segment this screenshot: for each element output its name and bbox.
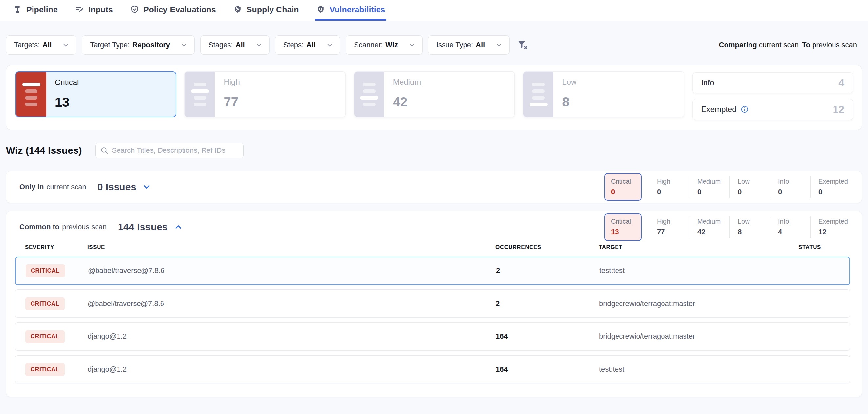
filter-issue-type[interactable]: Issue Type:All <box>428 35 509 55</box>
chevron-down-icon[interactable] <box>142 182 151 191</box>
severity-card-high[interactable]: High 77 <box>185 71 345 117</box>
clear-filters-icon[interactable] <box>517 39 528 51</box>
search-icon <box>100 146 108 155</box>
severity-level-icon <box>523 71 554 117</box>
tab-supply-chain[interactable]: Supply Chain <box>232 0 300 21</box>
chip-value: 8 <box>738 228 762 236</box>
section-label-bold: Only in <box>19 183 44 191</box>
filter-dropdowns: Targets:AllTarget Type:RepositoryStages:… <box>6 35 509 55</box>
chip-label: Medium <box>697 218 721 226</box>
table-row[interactable]: CRITICAL django@1.2 164 bridgecrewio/ter… <box>15 322 850 351</box>
chip-medium[interactable]: Medium42 <box>691 213 728 241</box>
severity-card-low[interactable]: Low 8 <box>523 71 684 117</box>
search-box <box>95 143 244 158</box>
chip-info[interactable]: Info4 <box>772 213 809 241</box>
chip-high[interactable]: High77 <box>650 213 688 241</box>
chip-exempted[interactable]: Exempted12 <box>812 213 855 241</box>
severity-card-label: Critical <box>55 78 79 87</box>
severity-panel: Critical 13 High 77 Medium 42 Low 8 Info… <box>6 65 862 130</box>
chip-info[interactable]: Info0 <box>772 173 809 201</box>
chip-value: 13 <box>611 228 635 236</box>
filter-value: Repository <box>132 41 170 49</box>
section-issue-count: 0 Issues <box>97 181 136 193</box>
chip-value: 0 <box>611 187 635 196</box>
chip-label: Exempted <box>818 178 848 185</box>
chip-low[interactable]: Low0 <box>731 173 769 201</box>
info-icon[interactable] <box>741 106 748 113</box>
chip-label: Low <box>738 218 762 226</box>
severity-card-label: High <box>223 78 240 87</box>
severity-card-label: Low <box>562 78 577 87</box>
table-row[interactable]: CRITICAL @babel/traverse@7.8.6 2 test:te… <box>15 257 850 285</box>
chip-divider <box>689 216 689 238</box>
top-nav: PipelineInputsPolicy EvaluationsSupply C… <box>0 0 868 21</box>
severity-level-icon <box>16 72 46 117</box>
chip-critical[interactable]: Critical0 <box>604 173 642 201</box>
chip-label: Exempted <box>818 218 848 226</box>
target-cell: test:test <box>599 266 770 275</box>
severity-card-count: 42 <box>393 95 421 110</box>
issue-cell: @babel/traverse@7.8.6 <box>88 266 496 275</box>
chip-divider <box>810 176 811 198</box>
chip-divider <box>770 216 770 238</box>
filter-value: All <box>306 41 315 49</box>
severity-card-info[interactable]: Info4 <box>692 72 853 93</box>
filter-steps[interactable]: Steps:All <box>275 35 340 55</box>
chip-divider <box>689 176 689 198</box>
column-header-target: TARGET <box>599 244 770 251</box>
occurrences-cell: 2 <box>496 266 599 275</box>
tab-label: Inputs <box>88 5 113 14</box>
target-cell: bridgecrewio/terragoat:master <box>599 299 770 308</box>
scanner-summary: Wiz (144 Issues) <box>6 143 862 158</box>
chip-value: 42 <box>697 228 721 236</box>
chip-label: Medium <box>697 178 721 185</box>
chip-critical[interactable]: Critical13 <box>604 213 642 241</box>
chip-value: 0 <box>697 187 721 196</box>
filter-target-type[interactable]: Target Type:Repository <box>82 35 195 55</box>
comparing-label: Comparing current scanTo previous scan <box>719 41 857 49</box>
chip-medium[interactable]: Medium0 <box>691 173 728 201</box>
severity-card-label: Exempted <box>701 105 737 114</box>
severity-card-exempted[interactable]: Exempted12 <box>692 99 853 120</box>
tab-inputs[interactable]: Inputs <box>74 0 114 21</box>
tab-vulnerabilities[interactable]: Vulnerabilities <box>315 0 386 21</box>
filter-targets[interactable]: Targets:All <box>6 35 76 55</box>
scanner-title: Wiz (144 Issues) <box>6 145 82 156</box>
only-in-current-scan-header: Only in current scan 0 Issues Critical0H… <box>6 171 862 203</box>
issue-cell: django@1.2 <box>88 332 496 341</box>
chevron-down-icon <box>181 41 188 49</box>
occurrences-cell: 164 <box>496 332 599 341</box>
chip-exempted[interactable]: Exempted0 <box>812 173 855 201</box>
top-nav-tabs: PipelineInputsPolicy EvaluationsSupply C… <box>12 0 402 21</box>
tab-policy-evaluations[interactable]: Policy Evaluations <box>129 0 217 21</box>
severity-level-icon <box>354 71 384 117</box>
chip-high[interactable]: High0 <box>650 173 688 201</box>
severity-card-count: 4 <box>838 77 844 89</box>
tab-pipeline[interactable]: Pipeline <box>12 0 59 21</box>
column-header-issue: ISSUE <box>87 244 495 251</box>
search-input[interactable] <box>112 146 239 155</box>
chevron-up-icon[interactable] <box>174 223 183 232</box>
chip-label: Low <box>738 178 762 185</box>
filter-bar: Targets:AllTarget Type:RepositoryStages:… <box>0 21 868 65</box>
filter-stages[interactable]: Stages:All <box>200 35 270 55</box>
chevron-down-icon <box>408 41 415 49</box>
only-in-current-scan-section: Only in current scan 0 Issues Critical0H… <box>6 171 862 203</box>
severity-card-count: 77 <box>223 95 240 110</box>
chip-low[interactable]: Low8 <box>731 213 769 241</box>
chip-label: Info <box>778 178 802 185</box>
table-row[interactable]: CRITICAL django@1.2 164 test:test <box>15 355 850 383</box>
chip-value: 4 <box>778 228 802 236</box>
filter-scanner[interactable]: Scanner:Wiz <box>346 35 423 55</box>
chevron-down-icon <box>326 41 333 49</box>
policy-evaluations-icon <box>130 5 139 14</box>
column-header-severity: SEVERITY <box>25 244 87 251</box>
supply-chain-icon <box>233 5 242 14</box>
chip-label: Critical <box>611 218 635 226</box>
severity-card-label: Info <box>701 78 714 87</box>
severity-card-critical[interactable]: Critical 13 <box>16 71 176 117</box>
chip-value: 77 <box>657 228 681 236</box>
table-row[interactable]: CRITICAL @babel/traverse@7.8.6 2 bridgec… <box>15 290 850 318</box>
severity-card-medium[interactable]: Medium 42 <box>354 71 515 117</box>
filter-value: All <box>42 41 52 49</box>
